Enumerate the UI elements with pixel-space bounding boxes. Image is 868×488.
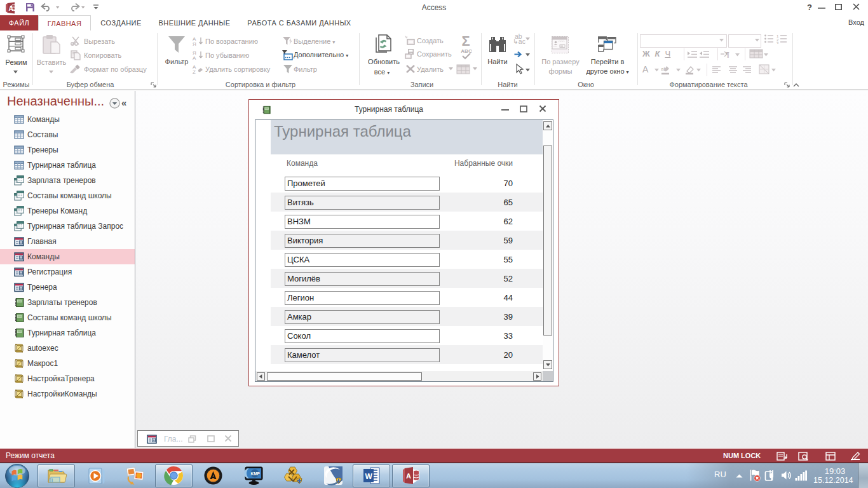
svg-text:3: 3: [776, 41, 779, 44]
svg-text:W: W: [365, 472, 373, 481]
svg-text:А: А: [193, 55, 196, 60]
svg-text:KMP: KMP: [251, 471, 261, 476]
svg-text:¶: ¶: [726, 51, 729, 58]
svg-text:Z: Z: [193, 69, 196, 74]
svg-text:Я: Я: [193, 41, 196, 46]
svg-text:A: A: [406, 472, 411, 480]
